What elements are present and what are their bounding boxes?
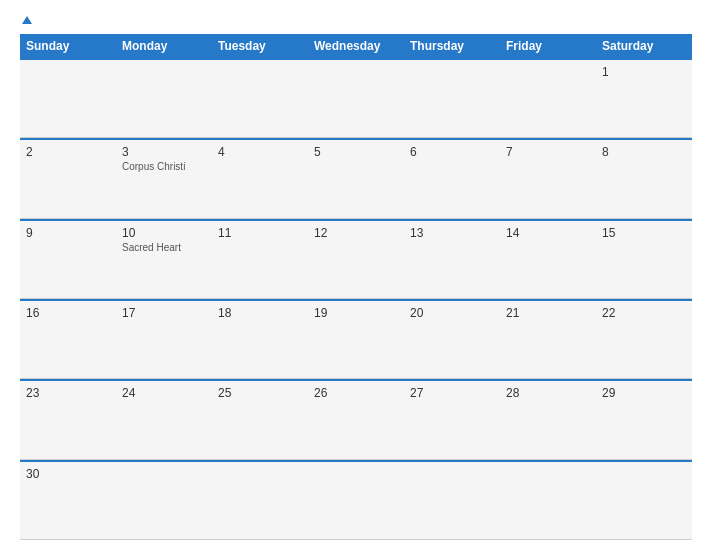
day-number: 26 [314,386,398,400]
day-cell [500,462,596,539]
day-cell [308,462,404,539]
weeks-container: 123Corpus Christi45678910Sacred Heart111… [20,58,692,540]
holiday-label: Corpus Christi [122,161,206,172]
day-cell: 19 [308,301,404,378]
day-number: 9 [26,226,110,240]
header-friday: Friday [500,34,596,58]
week-row-4: 16171819202122 [20,299,692,379]
day-number: 23 [26,386,110,400]
day-cell: 18 [212,301,308,378]
day-cell: 7 [500,140,596,217]
day-cell: 22 [596,301,692,378]
header [20,16,692,24]
day-cell: 20 [404,301,500,378]
day-cell: 12 [308,221,404,298]
day-cell [500,60,596,137]
day-cell: 28 [500,381,596,458]
day-number: 19 [314,306,398,320]
day-cell: 27 [404,381,500,458]
day-number: 20 [410,306,494,320]
day-number: 5 [314,145,398,159]
day-number: 8 [602,145,686,159]
day-cell: 24 [116,381,212,458]
day-cell: 16 [20,301,116,378]
day-cell: 9 [20,221,116,298]
day-number: 24 [122,386,206,400]
day-number: 16 [26,306,110,320]
day-cell [116,462,212,539]
day-cell: 26 [308,381,404,458]
day-cell: 29 [596,381,692,458]
day-number: 6 [410,145,494,159]
header-tuesday: Tuesday [212,34,308,58]
day-number: 2 [26,145,110,159]
day-number: 28 [506,386,590,400]
day-number: 1 [602,65,686,79]
day-cell [116,60,212,137]
day-number: 14 [506,226,590,240]
day-number: 4 [218,145,302,159]
header-monday: Monday [116,34,212,58]
day-number: 10 [122,226,206,240]
day-cell: 30 [20,462,116,539]
day-number: 29 [602,386,686,400]
day-number: 27 [410,386,494,400]
week-row-5: 23242526272829 [20,379,692,459]
day-cell: 11 [212,221,308,298]
calendar-page: Sunday Monday Tuesday Wednesday Thursday… [0,0,712,550]
day-cell: 4 [212,140,308,217]
day-cell [404,60,500,137]
day-cell: 6 [404,140,500,217]
calendar: Sunday Monday Tuesday Wednesday Thursday… [20,34,692,540]
day-cell: 17 [116,301,212,378]
day-cell [596,462,692,539]
day-cell: 14 [500,221,596,298]
day-cell [20,60,116,137]
week-row-1: 1 [20,58,692,138]
week-row-3: 910Sacred Heart1112131415 [20,219,692,299]
logo [20,16,32,24]
day-cell [212,462,308,539]
day-cell: 23 [20,381,116,458]
holiday-label: Sacred Heart [122,242,206,253]
day-number: 11 [218,226,302,240]
day-number: 18 [218,306,302,320]
logo-triangle-icon [22,16,32,24]
day-number: 17 [122,306,206,320]
header-saturday: Saturday [596,34,692,58]
day-cell [212,60,308,137]
day-number: 25 [218,386,302,400]
day-cell: 10Sacred Heart [116,221,212,298]
day-cell: 8 [596,140,692,217]
week-row-6: 30 [20,460,692,540]
day-cell: 15 [596,221,692,298]
days-header: Sunday Monday Tuesday Wednesday Thursday… [20,34,692,58]
day-cell [404,462,500,539]
day-cell: 3Corpus Christi [116,140,212,217]
week-row-2: 23Corpus Christi45678 [20,138,692,218]
day-cell: 25 [212,381,308,458]
day-number: 30 [26,467,110,481]
day-cell: 13 [404,221,500,298]
day-number: 15 [602,226,686,240]
header-thursday: Thursday [404,34,500,58]
day-number: 22 [602,306,686,320]
day-cell [308,60,404,137]
day-number: 12 [314,226,398,240]
day-number: 13 [410,226,494,240]
day-number: 3 [122,145,206,159]
day-cell: 5 [308,140,404,217]
day-cell: 1 [596,60,692,137]
day-cell: 21 [500,301,596,378]
day-cell: 2 [20,140,116,217]
header-sunday: Sunday [20,34,116,58]
day-number: 7 [506,145,590,159]
day-number: 21 [506,306,590,320]
header-wednesday: Wednesday [308,34,404,58]
